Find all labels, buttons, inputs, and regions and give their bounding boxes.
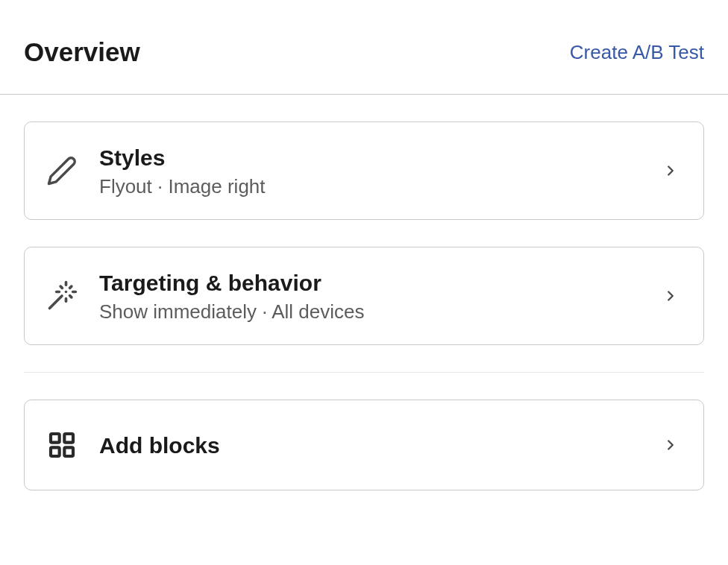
magic-wand-icon: [43, 277, 81, 315]
pencil-icon: [43, 151, 81, 190]
styles-content: Styles Flyout · Image right: [99, 143, 659, 198]
section-divider: [24, 372, 704, 373]
styles-title: Styles: [99, 143, 659, 172]
content-area: Styles Flyout · Image right Tar: [0, 95, 728, 517]
add-blocks-card[interactable]: Add blocks: [24, 400, 704, 490]
page-title: Overview: [24, 37, 140, 67]
svg-rect-3: [51, 447, 60, 456]
blocks-grid-icon: [43, 426, 81, 464]
chevron-right-icon: [659, 433, 682, 457]
header: Overview Create A/B Test: [0, 0, 728, 95]
styles-card[interactable]: Styles Flyout · Image right: [24, 121, 704, 220]
chevron-right-icon: [659, 159, 682, 183]
add-blocks-content: Add blocks: [99, 431, 659, 460]
create-ab-test-link[interactable]: Create A/B Test: [570, 41, 704, 64]
svg-rect-0: [51, 434, 60, 443]
targeting-card[interactable]: Targeting & behavior Show immediately · …: [24, 247, 704, 345]
add-blocks-title: Add blocks: [99, 431, 659, 460]
targeting-content: Targeting & behavior Show immediately · …: [99, 268, 659, 323]
svg-rect-2: [64, 447, 73, 456]
targeting-title: Targeting & behavior: [99, 268, 659, 297]
svg-rect-1: [64, 434, 73, 443]
chevron-right-icon: [659, 284, 682, 308]
targeting-subtitle: Show immediately · All devices: [99, 300, 659, 323]
styles-subtitle: Flyout · Image right: [99, 175, 659, 198]
